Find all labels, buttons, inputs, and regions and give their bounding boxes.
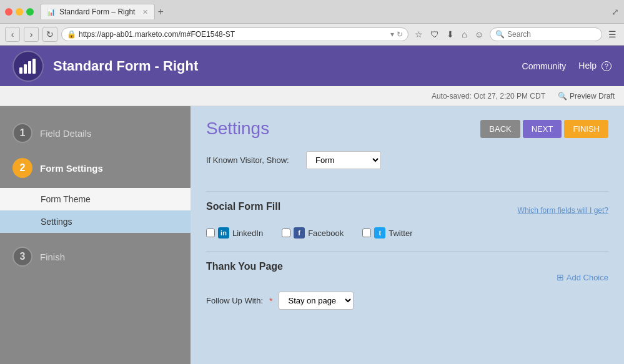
- maximize-button[interactable]: [26, 8, 34, 16]
- known-visitor-label: If Known Visitor, Show:: [206, 155, 306, 165]
- step-3-label: Finish: [40, 252, 65, 262]
- svg-rect-1: [24, 64, 27, 74]
- step-2-item[interactable]: 2 Form Settings: [0, 150, 191, 185]
- dropdown-icon: ▾: [390, 30, 394, 39]
- social-form-fill-header: Social Form Fill Which form fields will …: [206, 201, 608, 220]
- browser-titlebar: 📊 Standard Form – Right ✕ + ⤢: [0, 0, 624, 24]
- step-2-label: Form Settings: [40, 163, 103, 174]
- search-icon: 🔍: [495, 30, 505, 39]
- community-link[interactable]: Community: [522, 61, 567, 71]
- linkedin-icon: in: [218, 227, 229, 239]
- linkedin-label: LinkedIn: [232, 229, 263, 238]
- preview-draft-button[interactable]: 🔍 Preview Draft: [558, 92, 615, 101]
- content-inner: Settings BACK NEXT FINISH If Known Visit…: [191, 106, 624, 322]
- bookmark-icon[interactable]: ☆: [412, 28, 425, 41]
- home-icon[interactable]: ⌂: [459, 28, 469, 41]
- svg-rect-2: [28, 61, 31, 74]
- toolbar-icons: ☆ 🛡 ⬇ ⌂ ☺: [412, 28, 486, 41]
- svg-rect-3: [32, 59, 36, 74]
- app-header: Standard Form - Right Community Help ?: [0, 46, 624, 86]
- step-1-item[interactable]: 1 Field Details: [0, 116, 191, 150]
- facebook-label: Facebook: [308, 229, 344, 238]
- twitter-icon: t: [374, 227, 385, 239]
- browser-toolbar: ‹ › ↻ 🔒 ▾ ↻ ☆ 🛡 ⬇ ⌂ ☺ 🔍 ☰: [0, 24, 624, 45]
- section-divider-2: [206, 251, 608, 252]
- step-3-circle: 3: [12, 247, 32, 267]
- browser-tab[interactable]: 📊 Standard Form – Right ✕: [40, 4, 155, 19]
- app-logo: [12, 51, 44, 82]
- search-input[interactable]: [507, 30, 597, 39]
- logo-icon: [19, 59, 37, 74]
- finish-button[interactable]: FINISH: [564, 120, 608, 138]
- url-input[interactable]: [79, 30, 388, 39]
- required-star: *: [269, 296, 272, 306]
- new-tab-button[interactable]: +: [157, 6, 163, 17]
- social-options: in LinkedIn f Facebook t Twitter: [206, 227, 608, 239]
- next-button[interactable]: NEXT: [523, 120, 562, 138]
- refresh-nav-button[interactable]: ↻: [42, 27, 57, 42]
- step-3-item[interactable]: 3 Finish: [0, 239, 191, 274]
- refresh-icon: ↻: [397, 30, 403, 39]
- add-choice-row: ⊞ Add Choice: [206, 272, 608, 282]
- thank-you-section: Thank You Page ⊞ Add Choice: [206, 261, 608, 282]
- sub-nav: Form Theme Settings: [0, 188, 191, 233]
- step-2-circle: 2: [12, 158, 32, 178]
- autosave-text: Auto-saved: Oct 27, 2:20 PM CDT: [432, 92, 545, 101]
- minimize-button[interactable]: [16, 8, 23, 16]
- settings-title: Settings: [206, 119, 269, 139]
- twitter-option: t Twitter: [362, 227, 412, 239]
- facebook-checkbox[interactable]: [282, 229, 290, 237]
- subnav-settings[interactable]: Settings: [0, 210, 191, 233]
- forward-nav-button[interactable]: ›: [24, 27, 39, 42]
- which-fields-link[interactable]: Which form fields will I get?: [518, 206, 608, 215]
- download-icon[interactable]: ⬇: [444, 28, 457, 41]
- sub-header: Auto-saved: Oct 27, 2:20 PM CDT 🔍 Previe…: [0, 86, 624, 106]
- add-choice-icon: ⊞: [557, 272, 564, 282]
- facebook-icon: f: [294, 227, 305, 239]
- section-divider-1: [206, 191, 608, 192]
- header-links: Community Help ?: [522, 61, 612, 71]
- svg-rect-0: [19, 67, 22, 74]
- step-1-label: Field Details: [40, 128, 92, 139]
- back-button[interactable]: BACK: [480, 120, 520, 138]
- app-title: Standard Form - Right: [53, 58, 522, 74]
- linkedin-option: in LinkedIn: [206, 227, 263, 239]
- social-form-fill-title: Social Form Fill: [206, 201, 280, 212]
- search-bar[interactable]: 🔍: [490, 27, 602, 41]
- preview-icon: 🔍: [558, 92, 567, 101]
- main-layout: 1 Field Details 2 Form Settings Form The…: [0, 106, 624, 364]
- browser-chrome: 📊 Standard Form – Right ✕ + ⤢ ‹ › ↻ 🔒 ▾ …: [0, 0, 624, 46]
- address-bar[interactable]: 🔒 ▾ ↻: [61, 27, 409, 41]
- back-nav-button[interactable]: ‹: [5, 27, 20, 42]
- known-visitor-select[interactable]: Form: [306, 151, 381, 169]
- lock-icon: 🔒: [67, 30, 76, 39]
- sidebar: 1 Field Details 2 Form Settings Form The…: [0, 106, 191, 364]
- twitter-checkbox[interactable]: [362, 229, 371, 237]
- linkedin-checkbox[interactable]: [206, 229, 215, 237]
- settings-header: Settings BACK NEXT FINISH: [206, 119, 608, 139]
- known-visitor-row: If Known Visitor, Show: Form: [206, 151, 608, 179]
- menu-icon[interactable]: ☰: [606, 28, 619, 41]
- facebook-option: f Facebook: [282, 227, 344, 239]
- close-button[interactable]: [5, 8, 12, 16]
- profile-icon[interactable]: ☺: [472, 28, 486, 41]
- add-choice-link[interactable]: ⊞ Add Choice: [557, 272, 608, 282]
- tab-title: Standard Form – Right: [59, 7, 135, 16]
- content-area: Settings BACK NEXT FINISH If Known Visit…: [191, 106, 624, 364]
- thank-you-title: Thank You Page: [206, 261, 283, 272]
- action-buttons: BACK NEXT FINISH: [480, 120, 608, 138]
- help-link[interactable]: Help ?: [578, 61, 612, 71]
- tab-icon: 📊: [47, 8, 56, 16]
- follow-up-select[interactable]: Stay on page: [279, 292, 354, 310]
- window-controls: [5, 8, 34, 16]
- tab-close-icon[interactable]: ✕: [142, 8, 148, 16]
- twitter-label: Twitter: [389, 229, 412, 238]
- follow-up-label: Follow Up With:: [206, 296, 263, 305]
- step-1-circle: 1: [12, 123, 32, 143]
- follow-up-row: Follow Up With: * Stay on page: [206, 292, 608, 310]
- help-circle-icon: ?: [602, 61, 612, 71]
- resize-icon[interactable]: ⤢: [612, 7, 619, 17]
- shield-icon[interactable]: 🛡: [428, 28, 442, 41]
- social-form-fill-section: Social Form Fill Which form fields will …: [206, 201, 608, 239]
- subnav-form-theme[interactable]: Form Theme: [0, 188, 191, 210]
